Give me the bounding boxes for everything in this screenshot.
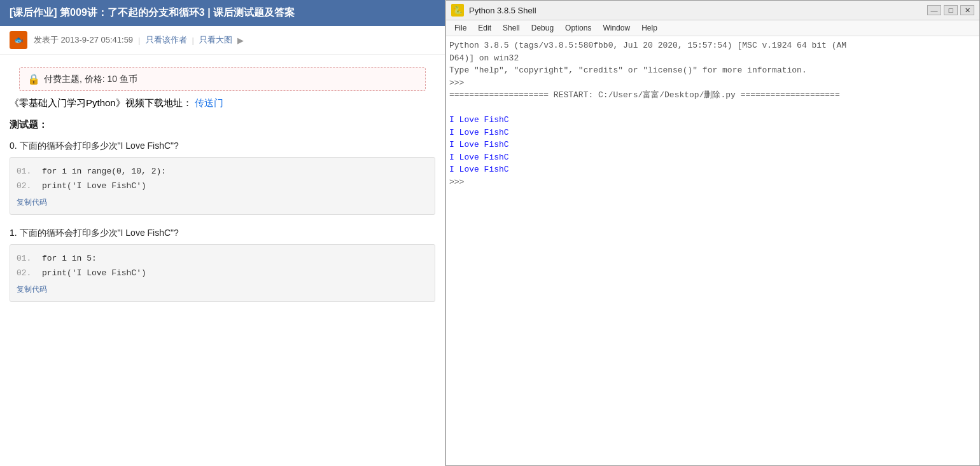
only-author-link[interactable]: 只看该作者 xyxy=(146,34,187,46)
code-block-0: 01. for i in range(0, 10, 2): 02. print(… xyxy=(10,157,435,215)
line-num: 02. xyxy=(17,179,32,193)
forum-post-panel: [课后作业] 第009讲：了不起的分支和循环3 | 课后测试题及答案 🐟 发表于… xyxy=(0,0,445,466)
code-line-1-2: 02. print('I Love FishC') xyxy=(17,266,428,280)
shell-output-1: I Love FishC xyxy=(449,114,976,127)
arrow-icon: ▶ xyxy=(237,36,244,45)
separator2: | xyxy=(192,36,194,45)
shell-line-1: D64)] on win32 xyxy=(449,52,976,65)
line-num: 01. xyxy=(17,251,32,266)
python-icon: 🐍 xyxy=(451,4,464,17)
download-link-section: 《零基础入门学习Python》视频下载地址： 传送门 xyxy=(10,97,435,109)
menu-edit[interactable]: Edit xyxy=(473,22,496,34)
copy-btn-1[interactable]: 复制代码 xyxy=(17,284,47,295)
paid-notice-text: 付费主题, 价格: 10 鱼币 xyxy=(44,74,137,85)
avatar: 🐟 xyxy=(10,31,27,49)
maximize-button[interactable]: □ xyxy=(944,5,958,15)
code-block-1: 01. for i in 5: 02. print('I Love FishC'… xyxy=(10,244,435,302)
copy-btn-0[interactable]: 复制代码 xyxy=(17,197,47,208)
shell-titlebar: 🐍 Python 3.8.5 Shell — □ ✕ xyxy=(446,1,979,20)
close-button[interactable]: ✕ xyxy=(960,5,974,15)
post-meta-text: 发表于 2013-9-27 05:41:59 | 只看该作者 | 只看大图 ▶ xyxy=(34,34,244,46)
line-num: 01. xyxy=(17,164,32,179)
post-date: 发表于 2013-9-27 05:41:59 xyxy=(34,34,133,46)
shell-title-text: Python 3.8.5 Shell xyxy=(469,6,922,15)
shell-prompt-1: >>> xyxy=(449,77,976,90)
code-text: print('I Love FishC') xyxy=(42,266,146,280)
shell-restart-line: ==================== RESTART: C:/Users/富… xyxy=(449,89,976,102)
code-text: for i in range(0, 10, 2): xyxy=(42,164,166,179)
shell-line-2: Type "help", "copyright", "credits" or "… xyxy=(449,64,976,77)
post-meta-bar: 🐟 发表于 2013-9-27 05:41:59 | 只看该作者 | 只看大图 … xyxy=(0,26,445,55)
menu-window[interactable]: Window xyxy=(598,22,635,34)
shell-line-0: Python 3.8.5 (tags/v3.8.5:580fbb0, Jul 2… xyxy=(449,39,976,52)
shell-menubar: File Edit Shell Debug Options Window Hel… xyxy=(446,20,979,36)
menu-help[interactable]: Help xyxy=(636,22,662,34)
post-content: 🔒 付费主题, 价格: 10 鱼币 《零基础入门学习Python》视频下载地址：… xyxy=(0,55,445,312)
code-text: for i in 5: xyxy=(42,251,97,266)
code-line-0-2: 02. print('I Love FishC') xyxy=(17,179,428,193)
shell-empty-line xyxy=(449,102,976,114)
only-image-link[interactable]: 只看大图 xyxy=(199,34,232,46)
separator1: | xyxy=(138,36,140,45)
download-link[interactable]: 传送门 xyxy=(195,97,223,108)
code-line-1-1: 01. for i in 5: xyxy=(17,251,428,266)
post-title: [课后作业] 第009讲：了不起的分支和循环3 | 课后测试题及答案 xyxy=(0,0,445,26)
shell-output-5: I Love FishC xyxy=(449,163,976,176)
shell-output-2: I Love FishC xyxy=(449,127,976,139)
shell-output-3: I Love FishC xyxy=(449,139,976,151)
window-controls: — □ ✕ xyxy=(927,5,974,15)
menu-shell[interactable]: Shell xyxy=(498,22,525,34)
download-text: 《零基础入门学习Python》视频下载地址： xyxy=(10,97,192,108)
line-num: 02. xyxy=(17,266,32,280)
menu-debug[interactable]: Debug xyxy=(526,22,559,34)
shell-output-4: I Love FishC xyxy=(449,151,976,164)
minimize-button[interactable]: — xyxy=(927,5,941,15)
menu-options[interactable]: Options xyxy=(560,22,596,34)
menu-file[interactable]: File xyxy=(449,22,472,34)
shell-body[interactable]: Python 3.8.5 (tags/v3.8.5:580fbb0, Jul 2… xyxy=(446,36,979,465)
code-line-0-1: 01. for i in range(0, 10, 2): xyxy=(17,164,428,179)
lock-icon: 🔒 xyxy=(27,73,40,85)
paid-notice: 🔒 付费主题, 价格: 10 鱼币 xyxy=(19,67,426,91)
python-shell-panel: 🐍 Python 3.8.5 Shell — □ ✕ File Edit She… xyxy=(445,0,980,466)
code-text: print('I Love FishC') xyxy=(42,179,146,193)
shell-prompt-2: >>> xyxy=(449,176,976,189)
section-title: 测试题： xyxy=(10,119,435,131)
question-1: 1. 下面的循环会打印多少次"I Love FishC"? xyxy=(10,228,435,239)
question-0: 0. 下面的循环会打印多少次"I Love FishC"? xyxy=(10,140,435,152)
